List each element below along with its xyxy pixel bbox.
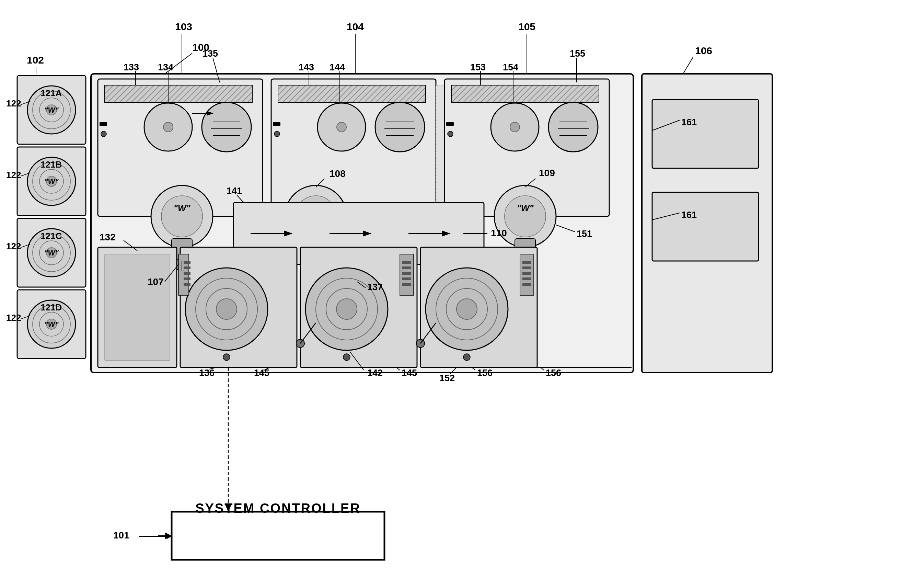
svg-point-99 <box>316 278 378 340</box>
svg-point-24 <box>27 300 75 348</box>
svg-rect-2 <box>652 100 758 168</box>
svg-rect-32 <box>99 122 107 126</box>
svg-point-88 <box>206 289 247 330</box>
svg-point-25 <box>33 305 70 343</box>
svg-rect-71 <box>306 239 326 263</box>
svg-text:122: 122 <box>6 98 21 109</box>
svg-point-36 <box>202 102 251 152</box>
svg-text:105: 105 <box>518 21 535 32</box>
svg-rect-67 <box>175 259 189 270</box>
svg-point-6 <box>27 86 75 134</box>
svg-rect-93 <box>184 266 190 269</box>
system-controller-box: SYSTEM CONTROLLER <box>172 484 384 532</box>
svg-text:121A: 121A <box>41 88 62 98</box>
svg-point-15 <box>46 176 57 186</box>
svg-point-90 <box>223 354 230 361</box>
svg-text:145: 145 <box>254 368 270 378</box>
svg-line-203 <box>472 367 475 370</box>
svg-point-27 <box>46 319 57 329</box>
svg-rect-96 <box>184 283 190 286</box>
svg-line-207 <box>652 120 680 130</box>
svg-rect-1 <box>642 74 772 373</box>
svg-rect-118 <box>522 261 531 264</box>
svg-point-115 <box>457 299 477 319</box>
svg-rect-91 <box>178 254 189 295</box>
svg-point-47 <box>375 102 425 152</box>
svg-point-116 <box>463 354 470 361</box>
svg-text:122: 122 <box>6 241 21 251</box>
svg-rect-23 <box>17 290 86 358</box>
svg-rect-17 <box>17 218 86 287</box>
svg-rect-121 <box>522 278 531 280</box>
svg-text:121C: 121C <box>41 231 62 241</box>
svg-point-64 <box>161 196 202 237</box>
svg-rect-77 <box>518 259 532 270</box>
svg-text:136: 136 <box>199 368 214 378</box>
svg-line-193 <box>556 225 575 232</box>
svg-text:"W": "W" <box>44 177 59 186</box>
svg-line-134 <box>165 53 192 74</box>
svg-line-110 <box>300 323 316 343</box>
svg-rect-4 <box>17 74 86 373</box>
svg-point-18 <box>27 229 75 277</box>
svg-text:"W": "W" <box>44 320 59 329</box>
svg-text:141: 141 <box>226 186 242 196</box>
svg-rect-104 <box>402 261 411 264</box>
svg-text:122: 122 <box>6 170 21 180</box>
svg-point-35 <box>163 122 173 132</box>
svg-text:109: 109 <box>539 168 555 178</box>
svg-point-68 <box>285 186 347 247</box>
svg-point-57 <box>491 103 539 151</box>
svg-text:161: 161 <box>681 210 697 220</box>
svg-rect-111 <box>421 247 537 367</box>
svg-text:152: 152 <box>439 373 455 383</box>
svg-text:151: 151 <box>577 229 592 239</box>
svg-line-177 <box>210 367 216 369</box>
svg-rect-122 <box>522 283 531 286</box>
svg-point-59 <box>549 102 598 152</box>
svg-point-98 <box>306 268 388 350</box>
svg-rect-82 <box>336 271 378 306</box>
svg-text:"W": "W" <box>173 203 190 213</box>
svg-point-114 <box>446 289 487 330</box>
svg-rect-85 <box>180 247 297 367</box>
svg-rect-94 <box>184 272 190 275</box>
svg-text:156: 156 <box>546 368 561 378</box>
svg-rect-106 <box>402 272 411 275</box>
svg-rect-29 <box>98 79 262 216</box>
svg-text:144: 144 <box>330 62 345 73</box>
svg-text:103: 103 <box>175 21 192 32</box>
svg-rect-107 <box>402 278 411 280</box>
svg-line-148 <box>165 264 178 282</box>
svg-line-191 <box>396 367 400 370</box>
svg-text:108: 108 <box>330 168 346 179</box>
svg-point-12 <box>27 157 75 205</box>
svg-point-56 <box>448 131 453 137</box>
svg-text:153: 153 <box>470 62 486 73</box>
svg-line-195 <box>450 367 457 374</box>
svg-rect-120 <box>522 272 531 275</box>
svg-point-73 <box>494 186 556 247</box>
svg-text:104: 104 <box>347 21 364 32</box>
svg-rect-108 <box>402 283 411 286</box>
svg-line-181 <box>237 195 244 202</box>
svg-line-179 <box>357 282 366 288</box>
svg-point-26 <box>39 312 63 336</box>
svg-line-144 <box>683 57 693 74</box>
svg-text:122: 122 <box>6 313 21 323</box>
svg-line-189 <box>264 367 270 370</box>
svg-rect-3 <box>652 192 758 261</box>
svg-text:100: 100 <box>192 42 210 53</box>
svg-rect-72 <box>309 259 323 270</box>
svg-point-86 <box>185 268 268 350</box>
svg-point-13 <box>33 162 70 200</box>
svg-rect-51 <box>436 85 518 216</box>
svg-text:110: 110 <box>491 228 507 238</box>
svg-text:156: 156 <box>477 368 493 378</box>
svg-rect-84 <box>105 254 170 361</box>
svg-point-89 <box>216 299 237 319</box>
svg-point-100 <box>326 289 367 330</box>
svg-rect-97 <box>300 247 417 367</box>
svg-rect-0 <box>91 74 633 373</box>
svg-point-112 <box>426 268 508 350</box>
